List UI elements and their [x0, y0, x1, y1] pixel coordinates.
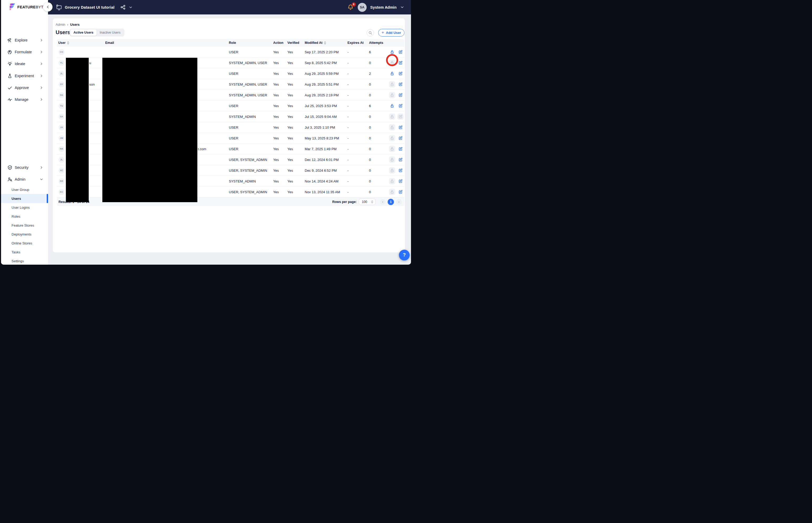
expires-at-cell: - — [346, 179, 368, 183]
sidebar-item-user-logins[interactable]: User Logins — [1, 203, 47, 212]
modified-at-cell: May 13, 2025 8:23 PM — [303, 136, 346, 140]
lightbulb-icon — [7, 61, 12, 67]
unlock-user-button[interactable] — [389, 70, 395, 77]
role-cell: USER — [227, 136, 272, 140]
column-header-expires-at: Expires At — [346, 41, 368, 44]
sidebar-item-manage[interactable]: Manage — [1, 95, 48, 104]
sidebar-item-admin[interactable]: Admin — [1, 175, 48, 183]
edit-user-button[interactable] — [397, 59, 404, 66]
action-cell: Yes — [272, 136, 286, 140]
sidebar-item-tasks[interactable]: Tasks — [1, 248, 47, 256]
rows-per-page-select[interactable]: 100 — [359, 198, 375, 205]
modified-at-cell: Jul 25, 2025 3:53 PM — [303, 104, 346, 108]
row-avatar: TU — [58, 103, 64, 109]
add-user-label: Add User — [386, 31, 401, 35]
breadcrumb-admin[interactable]: Admin — [56, 22, 66, 26]
name-fragment: son — [89, 83, 95, 86]
current-page-button[interactable]: 1 — [388, 199, 394, 205]
users-table: UserEmailRoleActionVerifiedModified AtEx… — [57, 39, 404, 206]
row-actions — [384, 124, 404, 130]
attempts-cell: 0 — [368, 158, 384, 162]
edit-user-button[interactable] — [397, 49, 404, 55]
user-menu-chevron-icon[interactable] — [400, 5, 404, 9]
next-page-button[interactable]: › — [396, 199, 402, 205]
name-fragment: u — [89, 61, 91, 65]
stepper-icon — [371, 200, 373, 203]
sidebar-item-approve[interactable]: Approve — [1, 84, 48, 92]
user-cell: CO — [57, 49, 104, 55]
sidebar-item-ideate[interactable]: Ideate — [1, 59, 48, 68]
edit-user-button[interactable] — [397, 167, 404, 174]
sidebar-item-label: Explore — [15, 38, 27, 42]
edit-user-button[interactable] — [397, 157, 404, 163]
edit-user-button[interactable] — [397, 146, 404, 152]
row-actions — [384, 59, 404, 66]
sidebar-item-formulate[interactable]: Formulate — [1, 48, 48, 56]
row-avatar: JL — [58, 157, 64, 163]
unlock-user-button[interactable] — [389, 49, 395, 55]
tab-inactive-users[interactable]: Inactive Users — [97, 30, 124, 36]
action-cell: Yes — [272, 93, 286, 97]
sidebar-collapse-button[interactable] — [43, 2, 53, 12]
edit-user-button[interactable] — [397, 135, 404, 141]
help-button[interactable]: ? — [399, 250, 410, 260]
sidebar-item-settings[interactable]: Settings — [1, 256, 47, 265]
sidebar-subitem-label: Users — [12, 197, 21, 201]
action-cell: Yes — [272, 83, 286, 86]
row-actions — [384, 92, 404, 98]
column-header-modified-at[interactable]: Modified At — [303, 41, 346, 44]
sidebar-item-explore[interactable]: Explore — [1, 36, 48, 44]
row-actions — [384, 70, 404, 77]
tab-active-users[interactable]: Active Users — [70, 30, 97, 36]
column-header-user[interactable]: User — [57, 41, 104, 44]
sidebar-subitem-label: User Group — [12, 188, 29, 192]
role-cell: USER — [227, 72, 272, 76]
row-actions — [384, 157, 404, 163]
sidebar-subitem-label: Settings — [12, 259, 24, 263]
edit-user-button[interactable] — [397, 92, 404, 98]
role-cell: SYSTEM_ADMIN — [227, 179, 272, 183]
verified-cell: Yes — [286, 168, 303, 173]
verified-cell: Yes — [286, 158, 303, 162]
search-button[interactable] — [367, 29, 374, 36]
sidebar-item-users[interactable]: Users — [1, 194, 47, 203]
edit-user-button[interactable] — [397, 178, 404, 184]
unlock-user-button — [389, 124, 395, 130]
share-icon[interactable] — [120, 4, 126, 10]
sidebar-item-user-group[interactable]: User Group — [1, 185, 47, 194]
sidebar-item-roles[interactable]: Roles — [1, 212, 47, 221]
row-actions — [384, 113, 404, 120]
project-switcher[interactable]: Grocery Dataset UI tutorial — [56, 4, 132, 11]
expires-at-cell: - — [346, 115, 368, 119]
sidebar-item-label: Ideate — [15, 62, 25, 66]
role-cell: USER, SYSTEM_ADMIN — [227, 168, 272, 173]
edit-user-button[interactable] — [397, 81, 404, 87]
user-avatar[interactable]: SA — [358, 3, 367, 12]
edit-user-button[interactable] — [397, 70, 404, 77]
sidebar-item-security[interactable]: Security — [1, 163, 48, 172]
edit-user-button[interactable] — [397, 189, 404, 195]
sidebar-item-experiment[interactable]: Experiment — [1, 72, 48, 80]
action-cell: Yes — [272, 50, 286, 54]
edit-user-button[interactable] — [397, 103, 404, 109]
attempts-cell: 0 — [368, 83, 384, 86]
attempts-cell: 2 — [368, 72, 384, 76]
expires-at-cell: - — [346, 126, 368, 129]
prev-page-button[interactable]: ‹ — [380, 199, 386, 205]
sidebar-item-feature-stores[interactable]: Feature Stores — [1, 221, 47, 230]
sidebar-item-deployments[interactable]: Deployments — [1, 230, 47, 239]
sidebar-subitem-label: Roles — [12, 215, 20, 218]
unlock-user-button[interactable] — [389, 103, 395, 109]
verified-cell: Yes — [286, 83, 303, 86]
sidebar-subitem-label: Online Stores — [12, 241, 32, 245]
page-title: Users — [56, 30, 70, 35]
unlock-user-button — [389, 135, 395, 141]
add-user-button[interactable]: + Add User — [378, 29, 404, 36]
action-cell: Yes — [272, 147, 286, 151]
modified-at-cell: Sep 8, 2025 5:42 PM — [303, 61, 346, 65]
expires-at-cell: - — [346, 147, 368, 151]
sidebar-item-online-stores[interactable]: Online Stores — [1, 239, 47, 248]
edit-user-button[interactable] — [397, 124, 404, 130]
chevron-down-icon[interactable] — [129, 5, 132, 9]
notifications-button[interactable]: 6 — [347, 4, 354, 11]
